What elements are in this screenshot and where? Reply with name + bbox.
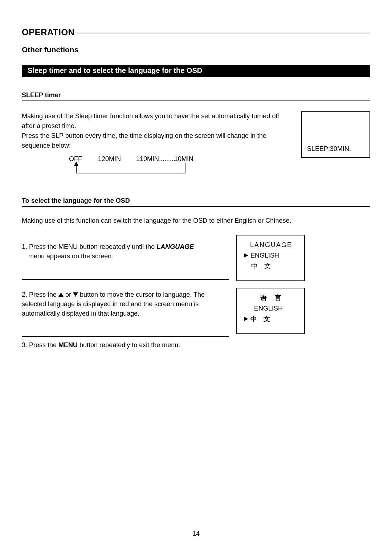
triangle-right-icon xyxy=(244,250,248,261)
page-subtitle: Other functions xyxy=(22,45,370,54)
sleep-sequence: OFF 120MIN 110MIN.......... 10MIN xyxy=(22,154,290,180)
lang-step-2: 2. Press the or button to move the curso… xyxy=(22,288,229,337)
lang-step-3: 3. Press the MENU button repeatedly to e… xyxy=(22,341,370,349)
step3-prefix: 3. Press the xyxy=(22,341,58,349)
step1-prefix: 1. Press the MENU button repeatedly unti… xyxy=(22,243,156,250)
step3-suffix: button repeatedly to exit the menu. xyxy=(78,341,180,349)
osd-box2-title: 语 言 xyxy=(244,293,298,303)
step2-prefix: 2. Press the xyxy=(22,291,58,298)
osd-language-box-chinese: 语 言 ENGLISH 中 文 xyxy=(236,288,305,334)
osd-box2-opt2: 中 文 xyxy=(244,314,298,324)
osd-box2-opt1: ENGLISH xyxy=(244,303,298,314)
page-number: 14 xyxy=(0,530,392,538)
step1-em: LANGUAGE xyxy=(156,243,194,250)
step1-divider xyxy=(22,279,229,280)
svg-marker-6 xyxy=(73,292,78,297)
sleep-para-2: Press the SLP button every time, the tim… xyxy=(22,132,266,149)
page-heading: OPERATION xyxy=(22,27,74,37)
svg-marker-1 xyxy=(74,161,78,166)
osd-language-box-english: LANGUAGE ENGLISH 中 文 xyxy=(236,235,305,281)
step3-bold: MENU xyxy=(58,341,78,349)
step2-mid: or xyxy=(64,291,73,298)
osd-box1-opt1: ENGLISH xyxy=(244,250,298,261)
svg-marker-7 xyxy=(244,317,248,321)
manual-page: OPERATION Other functions Sleep timer an… xyxy=(0,0,392,554)
heading-rule xyxy=(78,33,370,33)
sleep-paragraph: Making use of the Sleep timer function a… xyxy=(22,111,290,180)
osd-box1-title: LANGUAGE xyxy=(244,240,298,250)
triangle-right-icon xyxy=(244,314,248,324)
language-heading: To select the language for the OSD xyxy=(22,197,370,207)
lang-step-1-text: 1. Press the MENU button repeatedly unti… xyxy=(22,235,229,261)
osd-box2-opt2-label: 中 文 xyxy=(250,314,270,324)
sleep-osd-box: SLEEP:30MIN. xyxy=(301,111,370,158)
language-intro: Making use of this function can switch t… xyxy=(22,217,370,225)
osd-box1-opt2: 中 文 xyxy=(244,261,298,271)
lang-step-1: 1. Press the MENU button repeatedly unti… xyxy=(22,235,229,280)
triangle-up-icon xyxy=(58,290,64,299)
osd-box1-opt1-label: ENGLISH xyxy=(250,250,279,261)
sleep-heading: SLEEP timer xyxy=(22,91,370,101)
sleep-para-1: Making use of the Sleep timer function a… xyxy=(22,112,279,130)
lang-step-2-row: 2. Press the or button to move the curso… xyxy=(22,288,370,337)
step2-divider xyxy=(22,336,229,337)
page-heading-row: OPERATION xyxy=(22,27,370,37)
step1-line2: menu appears on the screen. xyxy=(22,251,113,261)
sleep-content-row: Making use of the Sleep timer function a… xyxy=(22,111,370,180)
svg-marker-5 xyxy=(58,292,64,297)
sleep-osd-text: SLEEP:30MIN. xyxy=(307,145,364,153)
lang-step-2-text: 2. Press the or button to move the curso… xyxy=(22,288,229,318)
topic-bar: Sleep timer and to select the language f… xyxy=(22,65,370,77)
lang-step-1-row: 1. Press the MENU button repeatedly unti… xyxy=(22,235,370,281)
sequence-arrow-icon xyxy=(69,159,196,177)
svg-marker-4 xyxy=(244,253,248,258)
triangle-down-icon xyxy=(73,290,78,299)
